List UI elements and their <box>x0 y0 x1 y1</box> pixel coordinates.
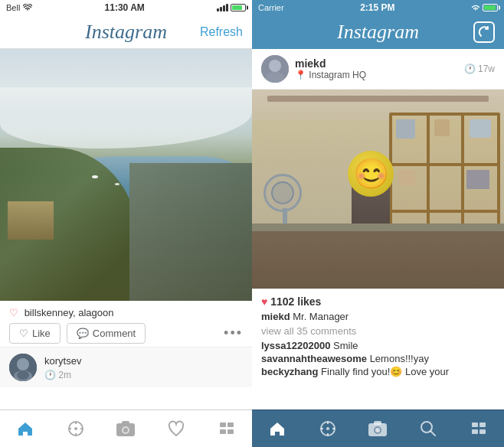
comment-label: Comment <box>93 328 136 339</box>
comment-3-text: Finally find you!😊 Love your <box>321 366 449 377</box>
left-feed: ♡ billskenney, alagoon ♡ Like 💬 Comment … <box>0 49 252 409</box>
post-actions: ♡ billskenney, alagoon ♡ Like 💬 Comment … <box>0 301 252 347</box>
heart-icon: ♡ <box>19 328 28 339</box>
liked-by-names: billskenney, alagoon <box>25 307 114 318</box>
svg-rect-17 <box>227 429 234 434</box>
commenter-1-name: lyssa12202000 <box>261 340 330 351</box>
right-status-right <box>471 4 498 11</box>
left-logo: Instagram <box>85 21 167 44</box>
right-nav-search-icon[interactable] <box>417 417 440 440</box>
comment-row-2: savannahtheawesome Lemons!!!yay <box>261 353 495 364</box>
poster-avatar-svg <box>261 55 289 83</box>
nav-activity-icon[interactable] <box>165 417 188 440</box>
action-left-group: ♡ Like 💬 Comment <box>9 323 146 344</box>
commenter-3-name: beckyzhang <box>261 366 318 377</box>
right-nav-home-icon[interactable] <box>266 417 289 440</box>
svg-rect-15 <box>227 423 234 427</box>
right-refresh-button[interactable] <box>473 21 495 43</box>
left-nav <box>0 409 252 447</box>
poster-info: miekd 📍 Instagram HQ <box>295 57 366 80</box>
svg-rect-34 <box>479 423 486 427</box>
poster-location: 📍 Instagram HQ <box>295 70 366 80</box>
post-time: 🕐 17w <box>464 64 495 74</box>
left-time: 11:30 AM <box>105 2 145 13</box>
nav-camera-icon[interactable] <box>114 417 137 440</box>
comment-time: 2m <box>58 370 71 380</box>
comment-2-text: Lemons!!!yay <box>370 353 429 364</box>
svg-rect-36 <box>479 429 486 434</box>
right-battery-icon <box>483 4 498 11</box>
landscape-photo <box>0 49 252 301</box>
comment-button[interactable]: 💬 Comment <box>67 323 146 344</box>
caption-username: miekd <box>261 311 290 322</box>
right-nav-profile-icon[interactable] <box>467 417 490 440</box>
left-panel: Bell 11:30 AM Instagram Refresh <box>0 0 252 447</box>
comment-1-text: Smile <box>333 340 358 351</box>
left-status-bar: Bell 11:30 AM <box>0 0 252 15</box>
svg-point-1 <box>17 358 29 370</box>
right-nav-explore-icon[interactable] <box>316 417 339 440</box>
commenter-avatar <box>9 354 37 381</box>
refresh-button[interactable]: Refresh <box>200 25 243 39</box>
commenter-time-row: 🕐 2m <box>44 367 81 381</box>
right-nav-camera-icon[interactable] <box>366 417 389 440</box>
like-button[interactable]: ♡ Like <box>9 323 61 344</box>
refresh-icon-svg <box>478 26 490 38</box>
post-info: ♥ 1102 likes miekd Mr. Manager view all … <box>252 289 504 385</box>
office-photo: 😊 <box>252 90 504 289</box>
wifi-icon <box>23 4 32 11</box>
right-post-image: 😊 <box>252 90 504 289</box>
poster-username: miekd <box>295 57 366 70</box>
nav-profile-icon[interactable] <box>215 417 238 440</box>
likes-number: 1102 likes <box>270 295 321 308</box>
left-header: Instagram Refresh <box>0 15 252 49</box>
carrier-text: Bell <box>6 3 20 12</box>
svg-rect-33 <box>472 423 478 427</box>
clock-icon: 🕐 <box>464 64 478 74</box>
right-wifi-icon <box>471 4 480 11</box>
nav-home-icon[interactable] <box>14 417 37 440</box>
comment-row-3: beckyzhang Finally find you!😊 Love your <box>261 366 495 377</box>
liked-by-text: ♡ billskenney, alagoon <box>9 307 243 318</box>
like-label: Like <box>32 328 51 339</box>
view-comments-link[interactable]: view all 35 comments <box>261 325 495 337</box>
svg-line-32 <box>430 431 435 436</box>
caption-text: Mr. Manager <box>293 311 349 322</box>
avatar-image <box>9 354 37 381</box>
commenter-2-name: savannahtheawesome <box>261 353 367 364</box>
svg-rect-13 <box>122 421 129 425</box>
avatar-svg <box>9 354 37 381</box>
post-header-left: miekd 📍 Instagram HQ <box>261 55 366 83</box>
signal-bars <box>217 4 228 11</box>
svg-point-12 <box>123 428 128 432</box>
comment-meta: korytsev 🕐 2m <box>44 354 81 381</box>
post-caption: miekd Mr. Manager <box>261 311 495 322</box>
svg-point-19 <box>269 60 281 72</box>
svg-point-3 <box>17 370 29 380</box>
more-button[interactable]: ••• <box>224 325 243 341</box>
location-text: Instagram HQ <box>309 70 366 80</box>
likes-count: ♥ 1102 likes <box>261 295 495 308</box>
heart-filled-icon: ♥ <box>261 295 267 308</box>
svg-rect-30 <box>374 421 381 425</box>
svg-point-5 <box>74 427 77 430</box>
svg-rect-16 <box>220 429 226 434</box>
comment-section: korytsev 🕐 2m <box>0 347 252 387</box>
commenter-username: korytsev <box>44 355 81 367</box>
action-buttons: ♡ Like 💬 Comment ••• <box>9 323 243 344</box>
right-panel: Carrier 2:15 PM Instagram <box>252 0 504 447</box>
left-status-left: Bell <box>6 3 32 12</box>
poster-avatar <box>261 55 289 83</box>
right-status-bar: Carrier 2:15 PM <box>252 0 504 15</box>
right-nav <box>252 409 504 447</box>
nav-explore-icon[interactable] <box>64 417 87 440</box>
left-status-right <box>217 4 246 11</box>
right-carrier: Carrier <box>258 3 284 12</box>
right-time: 2:15 PM <box>360 2 394 13</box>
post-age: 17w <box>478 64 495 74</box>
svg-rect-14 <box>220 423 226 427</box>
svg-point-22 <box>326 427 329 430</box>
fan <box>263 174 306 224</box>
comment-row-1: lyssa12202000 Smile <box>261 340 495 351</box>
location-pin-icon: 📍 <box>295 70 306 80</box>
